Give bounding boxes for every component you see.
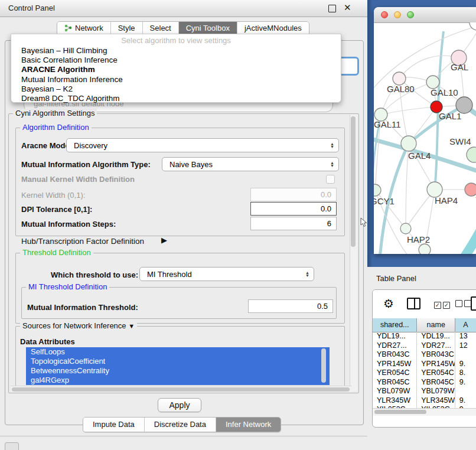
data-attributes-list[interactable]: SelfLoopsTopologicalCoefficientBetweenne…: [26, 347, 330, 385]
network-node-gcy1[interactable]: [374, 184, 381, 196]
table-cell: 8.: [455, 369, 476, 378]
gear-icon[interactable]: ⚙: [383, 296, 394, 311]
network-node-gal80[interactable]: [393, 72, 406, 85]
network-node-label: GAL1: [439, 111, 461, 121]
network-node-hap2[interactable]: [400, 223, 411, 234]
dpi-tolerance-field[interactable]: 0.0: [250, 202, 337, 216]
network-node-label: GAL: [451, 62, 468, 72]
tab-label: Select: [150, 24, 171, 32]
table-cell: YLR345W: [417, 396, 455, 406]
table-row[interactable]: YDL19...YDL19...13: [373, 332, 476, 341]
minimized-panel-button[interactable]: [5, 442, 19, 450]
which-threshold-label: Which threshold to use:: [51, 270, 138, 279]
data-attribute-item[interactable]: TopologicalCoefficient: [26, 357, 330, 366]
mi-threshold-field[interactable]: 0.5: [248, 299, 333, 313]
minimize-traffic-light-icon[interactable]: [394, 11, 401, 18]
algorithm-option[interactable]: ARACNE Algorithm: [11, 65, 341, 74]
table-cell: 9.: [455, 396, 476, 406]
network-node-gal10[interactable]: [426, 76, 439, 89]
stepper-icon: ▲▼: [330, 161, 334, 167]
stepper-icon: ▲▼: [330, 142, 334, 148]
network-node[interactable]: [419, 244, 431, 254]
table-cell: YER054C: [373, 369, 417, 378]
network-window-titlebar[interactable]: [374, 7, 476, 23]
table-row[interactable]: YLR345WYLR345W9.: [373, 396, 476, 406]
mi-steps-field[interactable]: 6: [250, 217, 337, 230]
manual-kernel-label: Manual Kernel Width Definition: [21, 175, 135, 184]
data-attribute-item[interactable]: SelfLoops: [26, 347, 330, 357]
table-cell: YBR043C: [417, 350, 455, 360]
tab-impute-data[interactable]: Impute Data: [83, 418, 144, 432]
data-attribute-item[interactable]: BetweennessCentrality: [26, 366, 330, 376]
network-canvas[interactable]: GALGAL80GAL10GAL1GAL11SWI4GAL4GCY1HAP4YH…: [374, 22, 476, 254]
sources-title[interactable]: Sources for Network Inference ▼: [20, 321, 137, 330]
float-window-icon[interactable]: [328, 5, 336, 12]
network-edge[interactable]: [381, 107, 436, 115]
table-hscrollbar-track[interactable]: [373, 408, 476, 416]
screen: Control Panel ✕ NetworkStyleSelectCyni T…: [0, 0, 476, 450]
select-all-checkboxes-icon[interactable]: ✓✓: [434, 300, 452, 309]
attributes-scrollbar-thumb[interactable]: [321, 348, 326, 383]
close-icon[interactable]: ✕: [344, 2, 351, 13]
network-node-label: GCY1: [374, 196, 395, 206]
data-attribute-item[interactable]: gal4RGexp: [26, 376, 330, 385]
table-row[interactable]: YPR145WYPR145W9.: [373, 360, 476, 369]
close-traffic-light-icon[interactable]: [381, 11, 388, 18]
control-panel-titlebar: Control Panel: [0, 0, 367, 17]
algorithm-option[interactable]: Mutual Information Inference: [11, 75, 341, 84]
table-cell: 9.: [455, 360, 476, 369]
tab-discretize-data[interactable]: Discretize Data: [144, 418, 216, 432]
mi-type-combo[interactable]: Naive Bayes ▲▼: [162, 157, 339, 171]
network-node-gal4[interactable]: [401, 136, 416, 151]
tab-select[interactable]: Select: [142, 22, 178, 35]
tab-cyni-toolbox[interactable]: Cyni Toolbox: [178, 22, 237, 35]
table-row[interactable]: YBR045CYBR045C9.: [373, 378, 476, 387]
algorithm-option[interactable]: Dream8 DC_TDC Algorithm: [11, 94, 341, 103]
algorithm-option[interactable]: Basic Correlation Inference: [11, 56, 341, 65]
manual-kernel-checkbox[interactable]: [326, 175, 335, 184]
expand-right-icon[interactable]: ▶: [161, 236, 167, 244]
algorithm-definition-title: Algorithm Definition: [20, 123, 92, 132]
algorithm-option[interactable]: Bayesian – K2: [11, 84, 341, 94]
network-node-label: GAL80: [387, 84, 415, 94]
apply-button[interactable]: Apply: [158, 398, 201, 412]
table-hscrollbar-thumb[interactable]: [374, 410, 426, 414]
aracne-mode-combo[interactable]: Discovery ▲▼: [66, 138, 339, 152]
network-node-swi4[interactable]: [467, 147, 476, 162]
which-threshold-combo[interactable]: MI Threshold ▲▼: [139, 267, 314, 281]
column-header[interactable]: name: [417, 318, 455, 332]
zoom-traffic-light-icon[interactable]: [407, 11, 414, 18]
network-node-label: HAP4: [435, 195, 458, 206]
tab-style[interactable]: Style: [110, 22, 142, 35]
bottom-tabs: Impute DataDiscretize DataInfer Network: [83, 417, 281, 432]
table-row[interactable]: YBR043CYBR043C: [373, 350, 476, 360]
tab-infer-network[interactable]: Infer Network: [216, 418, 281, 432]
network-edge[interactable]: [399, 56, 459, 79]
network-node-label: HAP2: [407, 234, 430, 244]
network-node[interactable]: [470, 22, 476, 30]
document-icon[interactable]: [471, 296, 476, 311]
settings-hscrollbar-track[interactable]: [11, 386, 352, 392]
kernel-width-field[interactable]: 0.0: [250, 188, 337, 201]
tab-label: jActiveMNodules: [244, 24, 302, 32]
tab-network[interactable]: Network: [57, 22, 110, 35]
settings-hscrollbar-thumb[interactable]: [12, 387, 350, 392]
table-cell: [455, 387, 476, 396]
table-cell: YBL079W: [417, 387, 455, 396]
network-node[interactable]: [456, 97, 472, 113]
collapse-down-icon[interactable]: ▼: [128, 322, 135, 330]
network-node-y[interactable]: [465, 183, 476, 196]
table-cell: [455, 350, 476, 360]
network-edge[interactable]: [461, 228, 476, 254]
settings-scrollbar-thumb[interactable]: [351, 116, 356, 247]
tab-jactivemnodules[interactable]: jActiveMNodules: [237, 22, 309, 35]
hub-definition-label[interactable]: Hub/Transcription Factor Definition: [21, 237, 144, 246]
table-row[interactable]: YBL079WYBL079W: [373, 387, 476, 396]
network-edge[interactable]: [374, 115, 381, 247]
column-header[interactable]: A: [455, 318, 476, 332]
column-header[interactable]: shared...: [373, 318, 417, 332]
table-row[interactable]: YDR27...YDR27...12: [373, 341, 476, 351]
algorithm-option[interactable]: Bayesian – Hill Climbing: [11, 46, 341, 56]
table-row[interactable]: YER054CYER054C8.: [373, 369, 476, 378]
columns-icon[interactable]: [407, 298, 420, 309]
